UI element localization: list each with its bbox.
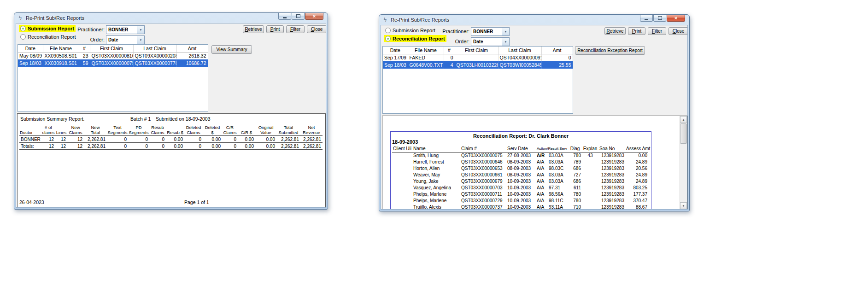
report-cell: 0 bbox=[222, 136, 238, 143]
close-window-button[interactable]: Close bbox=[307, 25, 326, 33]
arrow-up-icon: ▲ bbox=[682, 118, 685, 121]
file-row-selected[interactable]: Sep 18/03 XX030918.S01 59 QST03XX0000007… bbox=[18, 59, 208, 67]
report-cell: 0 bbox=[128, 136, 149, 143]
order-value: Date bbox=[106, 36, 137, 44]
report-cell: 0.00 bbox=[255, 143, 276, 150]
order-label: Order: bbox=[80, 37, 105, 42]
filter-button[interactable]: Filter bbox=[286, 25, 305, 33]
summary-report-title: Submission Summary Report. bbox=[20, 116, 84, 122]
order-dropdown[interactable]: Date ▼ bbox=[106, 35, 145, 44]
column-header-count[interactable]: # bbox=[444, 47, 455, 54]
file-table: Date File Name # First Claim Last Claim … bbox=[18, 45, 208, 67]
cell-amt: 0 bbox=[541, 54, 573, 61]
cell-last-claim: QST04XX00000091 bbox=[498, 54, 541, 61]
cell-last-claim: QST03WI00052845 bbox=[498, 61, 541, 69]
file-row[interactable]: May 08/09 XX090508.S01 23 QST03XX0000081… bbox=[18, 52, 208, 59]
close-button[interactable]: × bbox=[305, 13, 323, 20]
report-cell: 0.00 bbox=[238, 143, 255, 150]
report-cell: 123919283 bbox=[598, 178, 625, 185]
maximize-button[interactable] bbox=[292, 13, 305, 20]
report-cell: 0.00 bbox=[625, 152, 648, 159]
report-cell: 03.03A bbox=[548, 159, 568, 165]
minimize-button[interactable] bbox=[278, 13, 291, 20]
column-header-last-claim[interactable]: Last Claim bbox=[498, 47, 541, 54]
retrieve-button[interactable]: Retrieve bbox=[243, 25, 264, 33]
print-button[interactable]: Print bbox=[628, 27, 645, 35]
report-cell bbox=[582, 204, 598, 210]
report-cell: 2,262.81 bbox=[84, 136, 107, 143]
report-cell: 08-09-2003 bbox=[506, 159, 536, 165]
view-summary-button[interactable]: View Summary bbox=[211, 45, 252, 54]
column-header: New Claims bbox=[67, 125, 84, 136]
report-cell bbox=[582, 191, 598, 198]
minimize-button[interactable] bbox=[640, 15, 653, 22]
file-row-selected[interactable]: Sep 18/03 G0648V00.TXT 4 QST03LH00103226… bbox=[383, 61, 573, 69]
report-cell: 0.00 bbox=[203, 143, 222, 150]
column-header-date[interactable]: Date bbox=[383, 47, 408, 54]
report-footer-date: 26-04-2023 bbox=[19, 199, 44, 205]
radio-selected-icon bbox=[385, 36, 391, 41]
report-cell: 611 bbox=[568, 185, 582, 191]
scrollbar-thumb[interactable] bbox=[680, 123, 687, 144]
cell-date: Sep 17/09 bbox=[383, 54, 408, 61]
column-header-amt[interactable]: Amt bbox=[541, 47, 573, 54]
report-cell bbox=[582, 178, 598, 185]
cell-count: 0 bbox=[444, 54, 455, 61]
report-cell: 780 bbox=[568, 152, 582, 159]
submission-report-radio[interactable]: Submission Report bbox=[384, 27, 437, 34]
file-row[interactable]: Sep 17/09 FAKED 0 QST04XX00000091 0 bbox=[383, 54, 573, 61]
reconciliation-report-radio[interactable]: Reconciliation Report bbox=[19, 33, 77, 40]
practitioner-dropdown[interactable]: BONNER ▼ bbox=[106, 25, 145, 34]
report-cell: 24.89 bbox=[625, 178, 648, 185]
reconciliation-report-label: Reconciliation Report bbox=[393, 36, 445, 41]
column-header-count[interactable]: # bbox=[79, 45, 90, 52]
submission-report-radio[interactable]: Submission Report bbox=[19, 25, 76, 32]
column-header-first-claim[interactable]: First Claim bbox=[455, 47, 498, 54]
report-cell: A/A bbox=[536, 185, 548, 191]
reconciliation-report-label: Reconciliation Report bbox=[28, 34, 76, 40]
scroll-up-button[interactable]: ▲ bbox=[680, 116, 687, 123]
column-header: Net Revenue bbox=[300, 125, 323, 136]
column-header-amt[interactable]: Amt bbox=[176, 45, 208, 52]
report-cell: Vasquez, Angelina bbox=[412, 185, 460, 191]
report-cell: 0 bbox=[149, 136, 166, 143]
column-header-file-name[interactable]: File Name bbox=[408, 47, 444, 54]
file-table-header-row: Date File Name # First Claim Last Claim … bbox=[18, 45, 208, 52]
practitioner-dropdown[interactable]: BONNER ▼ bbox=[471, 27, 510, 36]
report-cell: 03.03A bbox=[548, 152, 568, 159]
column-header: Doctor bbox=[19, 125, 41, 136]
close-button[interactable]: × bbox=[667, 15, 685, 22]
maximize-button[interactable] bbox=[653, 15, 666, 22]
column-header: Soa No bbox=[598, 146, 625, 152]
cell-first-claim bbox=[455, 54, 498, 61]
report-cell bbox=[582, 172, 598, 178]
column-header: C/R Claims bbox=[222, 125, 238, 136]
report-cell: QST03XX00000661 bbox=[460, 172, 506, 178]
column-header-file-name[interactable]: File Name bbox=[43, 45, 79, 52]
reconciliation-exception-report-button[interactable]: Reconciliation Exception Report bbox=[575, 46, 645, 55]
column-header: Deleted $ bbox=[203, 125, 222, 136]
report-cell: 98.56A bbox=[548, 191, 568, 198]
report-cell: 123919283 bbox=[598, 191, 625, 198]
order-dropdown[interactable]: Date ▼ bbox=[471, 37, 510, 46]
retrieve-button[interactable]: Retrieve bbox=[604, 27, 626, 35]
vertical-scrollbar[interactable]: ▲ ▼ bbox=[680, 116, 687, 209]
column-header-date[interactable]: Date bbox=[18, 45, 43, 52]
filter-button[interactable]: Filter bbox=[648, 27, 666, 35]
reconciliation-report-date: 18-09-2003 bbox=[392, 139, 418, 145]
report-cell: 98.03C bbox=[548, 165, 568, 172]
scroll-down-button[interactable]: ▼ bbox=[680, 202, 687, 209]
close-window-button[interactable]: Close bbox=[669, 27, 688, 35]
cell-first-claim: QST03XX00000810 bbox=[90, 52, 133, 59]
report-cell: 710 bbox=[568, 204, 582, 210]
column-header-first-claim[interactable]: First Claim bbox=[90, 45, 133, 52]
report-cell bbox=[582, 159, 598, 165]
report-cell bbox=[582, 198, 598, 204]
reconciliation-report-radio[interactable]: Reconciliation Report bbox=[384, 35, 446, 42]
report-cell: Smith, Hung bbox=[412, 152, 460, 159]
report-cell: Phelps, Marlene bbox=[412, 198, 460, 204]
submission-report-label: Submission Report bbox=[393, 28, 435, 33]
practitioner-label: Practitioner: bbox=[435, 29, 469, 34]
column-header-last-claim[interactable]: Last Claim bbox=[133, 45, 176, 52]
print-button[interactable]: Print bbox=[266, 25, 284, 33]
